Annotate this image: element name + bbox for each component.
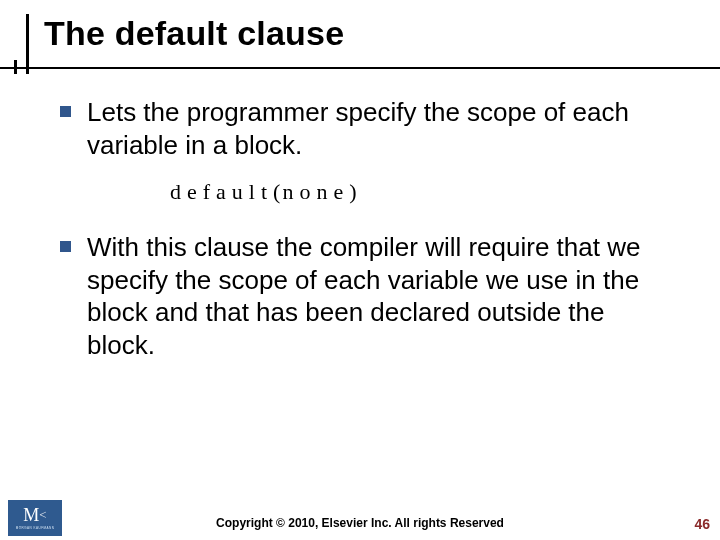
code-keyword: default: [170, 179, 273, 204]
slide: The default clause Lets the programmer s…: [0, 0, 720, 540]
list-item: Lets the programmer specify the scope of…: [60, 96, 670, 161]
list-item: With this clause the compiler will requi…: [60, 231, 670, 361]
slide-body: Lets the programmer specify the scope of…: [60, 96, 670, 379]
rule-tick-short: [14, 60, 17, 74]
bullet-text: Lets the programmer specify the scope of…: [87, 96, 670, 161]
slide-title: The default clause: [0, 14, 720, 53]
page-number: 46: [694, 516, 710, 532]
bullet-square-icon: [60, 241, 71, 252]
bullet-square-icon: [60, 106, 71, 117]
code-close-paren: ): [349, 179, 358, 204]
copyright-text: Copyright © 2010, Elsevier Inc. All righ…: [0, 516, 720, 530]
code-arg: none: [282, 179, 349, 204]
title-rule: [0, 60, 720, 74]
bullet-text: With this clause the compiler will requi…: [87, 231, 670, 361]
slide-footer: M< MORGAN KAUFMANN Copyright © 2010, Els…: [0, 496, 720, 540]
code-sample: default(none): [170, 179, 670, 205]
rule-tick-long: [26, 14, 29, 74]
rule-horizontal: [0, 67, 720, 69]
title-area: The default clause: [0, 14, 720, 53]
